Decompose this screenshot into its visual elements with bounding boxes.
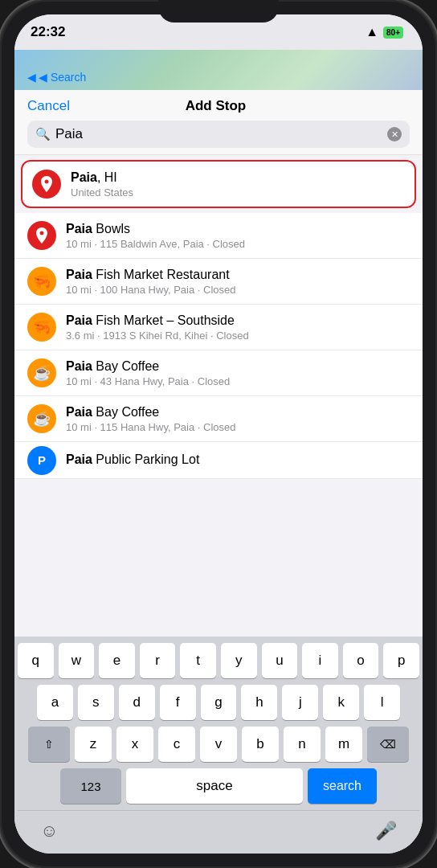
key-t[interactable]: t bbox=[180, 643, 216, 678]
coffee-icon: ☕ bbox=[27, 358, 56, 387]
key-x[interactable]: x bbox=[116, 727, 153, 762]
key-j[interactable]: j bbox=[282, 685, 318, 720]
result-detail: 10 mi · 115 Baldwin Ave, Paia · Closed bbox=[66, 238, 410, 250]
bottom-bar: ☺ 🎤 bbox=[18, 810, 419, 850]
shift-key[interactable]: ⇧ bbox=[28, 727, 70, 762]
result-text: Paia Bowls 10 mi · 115 Baldwin Ave, Paia… bbox=[66, 222, 410, 250]
numbers-key[interactable]: 123 bbox=[60, 768, 121, 804]
result-text: Paia Bay Coffee 10 mi · 43 Hana Hwy, Pai… bbox=[66, 359, 410, 387]
result-text: Paia Fish Market – Southside 3.6 mi · 19… bbox=[66, 313, 410, 342]
phone-frame: 22:32 ▲ 80+ ◀ ◀ Search Cancel Add Stop 🔍… bbox=[0, 0, 437, 868]
key-c[interactable]: c bbox=[158, 727, 195, 762]
key-h[interactable]: h bbox=[241, 685, 277, 720]
emoji-icon[interactable]: ☺ bbox=[40, 821, 58, 841]
list-item[interactable]: Paia, HI United States bbox=[21, 160, 416, 208]
result-name: Paia Fish Market Restaurant bbox=[66, 268, 410, 282]
status-icons: ▲ 80+ bbox=[366, 25, 403, 39]
phone-screen: 22:32 ▲ 80+ ◀ ◀ Search Cancel Add Stop 🔍… bbox=[14, 14, 423, 854]
key-y[interactable]: y bbox=[221, 643, 257, 678]
result-name: Paia Public Parking Lot bbox=[66, 452, 410, 467]
location-icon bbox=[32, 170, 61, 199]
keyboard-row-1: q w e r t y u i o p bbox=[18, 643, 419, 678]
key-e[interactable]: e bbox=[99, 643, 135, 678]
space-key[interactable]: space bbox=[126, 768, 303, 804]
search-glass-icon: 🔍 bbox=[35, 127, 51, 141]
key-k[interactable]: k bbox=[323, 685, 359, 720]
key-d[interactable]: d bbox=[119, 685, 155, 720]
coffee-icon: ☕ bbox=[27, 404, 56, 433]
result-name: Paia Bay Coffee bbox=[66, 359, 410, 374]
result-detail: 3.6 mi · 1913 S Kihei Rd, Kihei · Closed bbox=[66, 330, 410, 342]
list-item[interactable]: 🦐 Paia Fish Market Restaurant 10 mi · 10… bbox=[14, 259, 423, 305]
key-f[interactable]: f bbox=[160, 685, 196, 720]
key-n[interactable]: n bbox=[284, 727, 321, 762]
keyboard-row-4: 123 space search bbox=[18, 768, 419, 804]
restaurant-icon: 🦐 bbox=[27, 267, 56, 296]
key-w[interactable]: w bbox=[59, 643, 95, 678]
key-p[interactable]: p bbox=[383, 643, 419, 678]
nav-header: Cancel Add Stop 🔍 Paia ✕ bbox=[14, 90, 423, 155]
list-item[interactable]: 🦐 Paia Fish Market – Southside 3.6 mi · … bbox=[14, 305, 423, 350]
key-l[interactable]: l bbox=[364, 685, 400, 720]
result-name: Paia Bowls bbox=[66, 222, 410, 236]
status-time: 22:32 bbox=[31, 24, 65, 40]
keyboard-row-3: ⇧ z x c v b n m ⌫ bbox=[18, 727, 419, 762]
list-item[interactable]: ☕ Paia Bay Coffee 10 mi · 115 Hana Hwy, … bbox=[14, 396, 423, 442]
result-detail: United States bbox=[71, 186, 405, 199]
search-input[interactable]: Paia bbox=[55, 126, 382, 142]
key-z[interactable]: z bbox=[75, 727, 112, 762]
search-key[interactable]: search bbox=[308, 768, 377, 804]
result-name: Paia Fish Market – Southside bbox=[66, 313, 410, 328]
key-q[interactable]: q bbox=[18, 643, 54, 678]
wifi-icon: ▲ bbox=[366, 25, 378, 39]
key-o[interactable]: o bbox=[343, 643, 379, 678]
notch bbox=[158, 0, 279, 23]
map-back-label: ◀ Search bbox=[39, 71, 86, 84]
list-item[interactable]: Paia Bowls 10 mi · 115 Baldwin Ave, Paia… bbox=[14, 213, 423, 259]
key-r[interactable]: r bbox=[140, 643, 176, 678]
key-m[interactable]: m bbox=[325, 727, 362, 762]
key-g[interactable]: g bbox=[201, 685, 237, 720]
result-detail: 10 mi · 43 Hana Hwy, Paia · Closed bbox=[66, 375, 410, 387]
list-item[interactable]: P Paia Public Parking Lot bbox=[14, 442, 423, 479]
nav-header-row: Cancel Add Stop bbox=[27, 98, 410, 114]
result-name: Paia Bay Coffee bbox=[66, 405, 410, 420]
parking-icon: P bbox=[27, 446, 56, 475]
key-a[interactable]: a bbox=[37, 685, 73, 720]
result-detail: 10 mi · 115 Hana Hwy, Paia · Closed bbox=[66, 421, 410, 433]
result-text: Paia Bay Coffee 10 mi · 115 Hana Hwy, Pa… bbox=[66, 405, 410, 433]
key-i[interactable]: i bbox=[302, 643, 338, 678]
map-back-button[interactable]: ◀ ◀ Search bbox=[27, 71, 86, 84]
cancel-button[interactable]: Cancel bbox=[27, 98, 70, 114]
key-v[interactable]: v bbox=[200, 727, 237, 762]
mic-icon[interactable]: 🎤 bbox=[375, 821, 397, 841]
search-bar: 🔍 Paia ✕ bbox=[27, 121, 410, 148]
page-title: Add Stop bbox=[186, 98, 247, 114]
result-name: Paia, HI bbox=[71, 170, 405, 185]
back-arrow-icon: ◀ bbox=[27, 71, 36, 84]
keyboard-row-2: a s d f g h j k l bbox=[18, 685, 419, 720]
result-text: Paia, HI United States bbox=[71, 170, 405, 199]
battery-badge: 80+ bbox=[383, 27, 403, 39]
key-u[interactable]: u bbox=[262, 643, 298, 678]
location-icon bbox=[27, 221, 56, 250]
restaurant-icon: 🦐 bbox=[27, 313, 56, 342]
result-detail: 10 mi · 100 Hana Hwy, Paia · Closed bbox=[66, 284, 410, 296]
result-text: Paia Fish Market Restaurant 10 mi · 100 … bbox=[66, 268, 410, 296]
delete-key[interactable]: ⌫ bbox=[367, 727, 409, 762]
map-peek: ◀ ◀ Search bbox=[14, 50, 423, 90]
list-item[interactable]: ☕ Paia Bay Coffee 10 mi · 43 Hana Hwy, P… bbox=[14, 350, 423, 396]
results-list: Paia, HI United States Paia Bowls 10 mi … bbox=[14, 155, 423, 637]
clear-icon: ✕ bbox=[391, 129, 398, 140]
key-s[interactable]: s bbox=[78, 685, 114, 720]
result-text: Paia Public Parking Lot bbox=[66, 452, 410, 469]
key-b[interactable]: b bbox=[242, 727, 279, 762]
keyboard: q w e r t y u i o p a s d f g h j k bbox=[14, 637, 423, 854]
search-clear-button[interactable]: ✕ bbox=[387, 127, 402, 141]
